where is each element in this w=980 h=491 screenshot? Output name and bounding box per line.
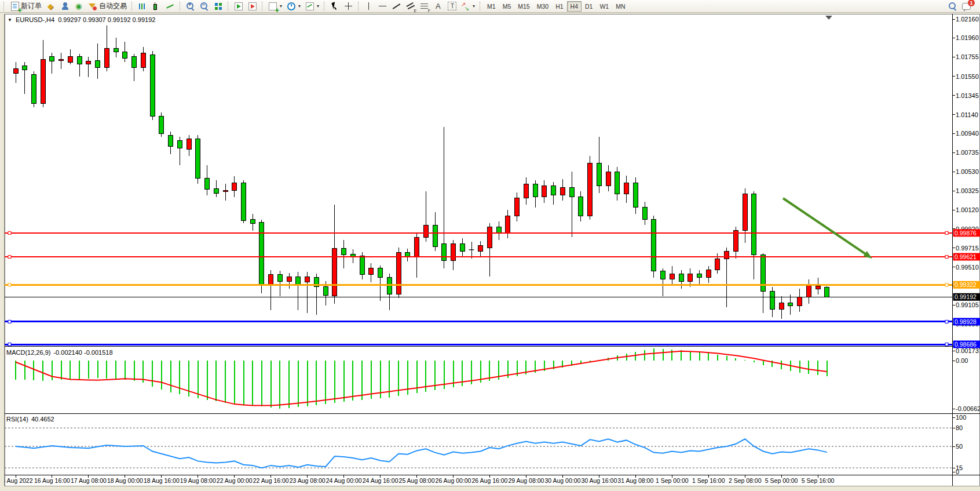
time-axis-label: 2 Sep 08:00 — [729, 477, 762, 484]
chart-ohlc-values: 0.99297 0.99307 0.99192 0.99192 — [58, 16, 155, 23]
zoom-out-button[interactable]: − — [198, 1, 211, 12]
zoom-in-button[interactable]: + — [184, 1, 198, 12]
toolbar-separator — [324, 2, 326, 11]
timeframe-button-M5[interactable]: M5 — [499, 1, 515, 12]
gold-icon — [46, 2, 56, 11]
level-handle[interactable] — [945, 283, 948, 286]
timeframe-button-M30[interactable]: M30 — [533, 1, 552, 12]
time-axis-label: 5 Sep 16:00 — [802, 477, 835, 484]
timeframe-button-W1[interactable]: W1 — [596, 1, 612, 12]
templates-button[interactable]: ▾ — [303, 1, 321, 12]
chart-shift-icon — [248, 2, 257, 11]
tile-windows-button[interactable] — [211, 1, 225, 12]
price-axis-label: 0.99510 — [956, 264, 979, 271]
tile-windows-icon — [214, 2, 223, 11]
arrows-button[interactable]: ▾ — [459, 1, 477, 12]
time-axis-label: 5 Sep 00:00 — [765, 477, 798, 484]
channel-button[interactable] — [404, 1, 418, 12]
equidistant-channel-icon — [406, 2, 415, 11]
price-axis-label: 1.00325 — [956, 187, 979, 194]
price-axis-label: 1.01755 — [956, 53, 979, 60]
zoom-in-icon: + — [186, 2, 195, 11]
timeframe-button-M1[interactable]: M1 — [484, 1, 499, 12]
chevron-down-icon: ▾ — [473, 3, 475, 9]
level-handle[interactable] — [945, 320, 948, 323]
rsi-indicator-header: RSI(14)40.4652 — [6, 416, 54, 423]
time-axis-label: 18 Aug 00:00 — [107, 477, 143, 484]
time-axis-label: 24 Aug 00:00 — [326, 477, 362, 484]
cursor-button[interactable] — [328, 1, 342, 12]
vertical-line-button[interactable] — [362, 1, 376, 12]
trendline-icon — [392, 2, 401, 11]
level-handle[interactable] — [945, 256, 948, 259]
timeframe-button-M15[interactable]: M15 — [514, 1, 533, 12]
trendline-button[interactable] — [390, 1, 404, 12]
chart-symbol-period: EURUSD-,H4 — [16, 16, 54, 23]
toolbar-separator — [228, 2, 229, 11]
search-button[interactable] — [946, 1, 960, 12]
price-level-badge-text: 0.99621 — [955, 253, 977, 260]
toolbar: 新订单 自动交易 + − ▾ ▾ ▾ ▾ — [0, 0, 980, 13]
candlestick-chart-button[interactable] — [149, 1, 163, 12]
time-axis-label: 17 Aug 08:00 — [71, 477, 107, 484]
price-axis-label: 0.99105 — [956, 301, 979, 308]
text-label-button[interactable] — [445, 1, 459, 12]
notification-badge: 1 — [968, 0, 975, 6]
new-order-label: 新订单 — [21, 1, 42, 11]
level-handle[interactable] — [8, 283, 11, 286]
crosshair-button[interactable] — [342, 1, 356, 12]
new-order-icon — [11, 2, 19, 11]
price-axis-label: 1.00530 — [956, 168, 979, 175]
collapse-triangle-icon[interactable]: ▼ — [8, 17, 12, 23]
periods-button[interactable]: ▾ — [284, 1, 303, 12]
timeframe-button-H1[interactable]: H1 — [552, 1, 566, 12]
zoom-out-icon: − — [200, 2, 209, 11]
fibonacci-button[interactable] — [418, 1, 432, 12]
chat-button[interactable]: 1 — [960, 1, 973, 12]
profile-button[interactable] — [58, 1, 72, 12]
chart-canvas[interactable]: 1.021601.019601.017551.015501.013451.011… — [0, 13, 980, 491]
level-handle[interactable] — [945, 231, 948, 234]
timeframe-button-H4[interactable]: H4 — [567, 1, 582, 12]
toolbar-grip — [3, 2, 5, 11]
timeframe-button-D1[interactable]: D1 — [582, 1, 596, 12]
indicators-button[interactable]: ▾ — [266, 1, 284, 12]
price-axis-label: 1.00735 — [956, 149, 979, 156]
price-axis-label: 0.99715 — [956, 245, 979, 252]
bar-chart-icon — [138, 2, 147, 11]
rsi-label: RSI(14) — [6, 416, 28, 423]
price-axis-label: 1.01960 — [956, 34, 979, 41]
chevron-down-icon: ▾ — [298, 3, 301, 9]
time-axis-label: 26 Aug 16:00 — [472, 477, 508, 484]
level-handle[interactable] — [8, 343, 11, 346]
new-order-button[interactable]: 新订单 — [8, 1, 44, 12]
chevron-down-icon: ▾ — [280, 3, 282, 9]
level-handle[interactable] — [8, 231, 11, 234]
crosshair-icon — [344, 2, 353, 11]
metaquotes-button[interactable] — [44, 1, 58, 12]
time-axis-label: 22 Aug 16:00 — [253, 477, 289, 484]
timeframe-button-MN[interactable]: MN — [612, 1, 628, 12]
autotrading-button[interactable]: 自动交易 — [86, 1, 129, 12]
signals-button[interactable] — [72, 1, 86, 12]
auto-scroll-button[interactable] — [232, 1, 246, 12]
level-handle[interactable] — [8, 320, 11, 323]
line-chart-button[interactable] — [163, 1, 177, 12]
macd-indicator-header: MACD(12,26,9)-0.002140 -0.001518 — [6, 349, 113, 356]
text-label-icon — [448, 2, 456, 10]
macd-axis-label: 0.001737 — [956, 347, 980, 354]
bar-chart-button[interactable] — [136, 1, 149, 12]
line-chart-icon — [166, 2, 175, 11]
arrows-icon — [461, 2, 470, 11]
autotrading-label: 自动交易 — [99, 1, 127, 11]
price-level-badge-text: 0.98928 — [955, 318, 977, 325]
candlestick-icon — [152, 2, 161, 11]
level-handle[interactable] — [945, 343, 948, 346]
time-axis-label: 31 Aug 08:00 — [617, 477, 653, 484]
level-handle[interactable] — [8, 256, 11, 259]
chevron-down-icon: ▾ — [317, 3, 319, 9]
text-button[interactable] — [432, 1, 445, 12]
profile-icon — [60, 2, 70, 11]
chart-shift-button[interactable] — [246, 1, 259, 12]
horizontal-line-button[interactable] — [376, 1, 390, 12]
